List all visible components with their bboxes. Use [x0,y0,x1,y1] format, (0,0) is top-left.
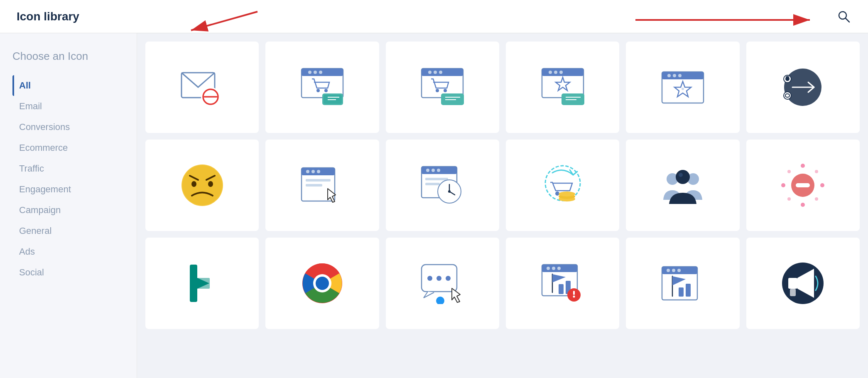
svg-point-24 [434,71,437,74]
svg-point-23 [428,71,432,74]
svg-rect-66 [306,179,331,182]
icon-star-browser[interactable] [626,42,739,133]
main-layout: Choose an Icon All Email Conversions Eco… [0,33,868,378]
svg-rect-74 [425,178,448,180]
svg-point-80 [448,190,451,193]
sidebar-item-social[interactable]: Social [12,262,124,283]
svg-point-108 [436,276,441,281]
icon-megaphone[interactable] [746,238,860,329]
header-actions [836,9,851,24]
search-icon [836,9,851,24]
icon-chrome-logo[interactable] [265,238,379,329]
svg-point-98 [815,197,818,201]
icon-browser-flag-alert[interactable] [506,238,619,329]
svg-point-42 [667,74,671,77]
svg-point-71 [426,169,429,172]
svg-point-109 [446,276,451,281]
icon-bing-logo[interactable] [145,238,259,329]
sidebar-item-traffic[interactable]: Traffic [12,158,124,179]
icon-user-group[interactable] [626,140,739,231]
svg-point-64 [311,170,315,173]
svg-rect-101 [190,265,197,302]
svg-rect-102 [197,278,210,289]
svg-point-44 [678,74,682,77]
icon-share-network[interactable] [746,42,860,133]
svg-point-89 [676,170,690,184]
icon-grid-container [137,33,868,378]
svg-rect-121 [573,291,575,295]
sidebar-item-conversions[interactable]: Conversions [12,117,124,137]
svg-rect-75 [425,183,440,185]
icon-email-blocked[interactable] [145,42,259,133]
app-header: Icon library [0,0,868,33]
svg-point-111 [436,297,444,304]
svg-point-126 [672,269,675,272]
sidebar-item-general[interactable]: General [12,221,124,241]
sidebar-item-ecommerce[interactable]: Ecommerce [12,137,124,158]
svg-point-43 [673,74,676,77]
icon-star-ticket[interactable] [506,42,619,133]
svg-point-59 [191,181,196,187]
svg-point-116 [557,267,561,270]
icon-cart-ticket-1[interactable] [265,42,379,133]
svg-point-97 [787,197,791,201]
svg-point-33 [549,71,552,74]
svg-point-35 [559,71,563,74]
svg-point-34 [554,71,557,74]
icon-cart-ticket-2[interactable] [386,42,499,133]
svg-point-114 [547,267,550,270]
category-nav: All Email Conversions Ecommerce Traffic … [12,75,124,283]
svg-point-63 [306,170,309,173]
svg-point-13 [314,71,317,74]
svg-rect-67 [306,184,322,187]
svg-point-95 [787,170,791,173]
svg-rect-100 [796,183,810,187]
svg-point-14 [319,71,322,74]
icon-minus-glow[interactable] [746,140,860,231]
icon-browser-flag[interactable] [626,238,739,329]
svg-point-25 [439,71,442,74]
icon-cart-coins[interactable] [506,140,619,231]
svg-point-92 [801,203,805,207]
sidebar-item-engagement[interactable]: Engagement [12,179,124,200]
svg-rect-130 [686,284,691,297]
sidebar: Choose an Icon All Email Conversions Eco… [0,33,137,378]
svg-point-72 [432,169,435,172]
svg-point-60 [208,181,213,187]
svg-rect-133 [790,289,796,296]
sidebar-item-campaign[interactable]: Campaign [12,200,124,221]
svg-point-91 [801,164,805,168]
svg-point-12 [308,71,311,74]
svg-point-56 [182,165,222,205]
svg-point-93 [781,183,785,187]
svg-point-115 [552,267,555,270]
sidebar-item-all[interactable]: All [12,75,124,96]
svg-point-26 [436,89,439,92]
svg-point-127 [677,269,681,272]
svg-point-27 [444,89,447,92]
svg-line-5 [846,18,849,22]
svg-rect-132 [788,278,797,289]
svg-point-94 [820,183,824,187]
icon-browser-cursor[interactable] [265,140,379,231]
icon-browser-clock[interactable] [386,140,499,231]
sidebar-item-email[interactable]: Email [12,96,124,117]
icon-chat-cursor[interactable] [386,238,499,329]
svg-point-15 [316,89,320,92]
svg-point-46 [682,88,684,90]
search-button[interactable] [836,9,851,24]
svg-point-125 [667,269,670,272]
svg-point-96 [815,170,818,173]
icon-angry-face[interactable] [145,140,259,231]
svg-point-86 [559,191,575,196]
svg-point-107 [427,276,432,281]
svg-point-65 [317,170,320,173]
svg-point-73 [437,169,440,172]
svg-point-122 [573,296,575,298]
svg-point-90 [679,173,683,177]
icon-grid [145,42,860,329]
svg-rect-118 [559,284,564,294]
svg-point-16 [324,89,328,92]
sidebar-item-ads[interactable]: Ads [12,241,124,262]
svg-point-105 [316,277,329,290]
